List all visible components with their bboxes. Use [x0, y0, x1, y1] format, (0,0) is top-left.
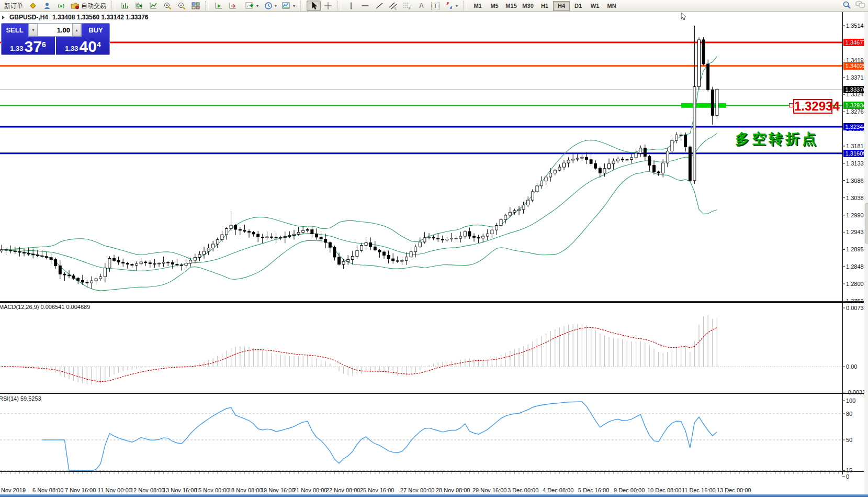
tile-windows-button[interactable] [188, 1, 202, 11]
text-tool[interactable]: A [414, 1, 429, 11]
chevron-down-icon [256, 4, 258, 8]
volume-input[interactable] [38, 24, 72, 36]
candle-chart-button[interactable] [132, 1, 146, 11]
line-chart-icon [149, 2, 157, 10]
vertical-line-tool[interactable] [344, 1, 358, 11]
one-click-trading-panel: SELL ▼ ▲ BUY 1.33 37 6 1.33 40 4 [1, 23, 110, 55]
label-icon: T [431, 2, 439, 10]
thick-level-segment [681, 103, 726, 108]
zoom-out-icon [177, 2, 186, 10]
cursor-tool-button[interactable] [307, 1, 321, 11]
chart-canvas[interactable] [0, 0, 868, 497]
bar-chart-button[interactable] [118, 1, 132, 11]
date-label: 22 Nov 08:00 [326, 487, 360, 493]
bollinger-bands [2, 57, 717, 291]
arrows-tool[interactable] [442, 1, 460, 11]
rsi-axis-tick: 0 [846, 473, 849, 480]
bar-chart-icon [120, 2, 129, 10]
mouse-cursor-icon [681, 13, 687, 23]
macd-axis-tick: 0.00 [846, 363, 857, 370]
buy-price[interactable]: 1.33 40 4 [56, 37, 110, 55]
date-label: 29 Nov 16:00 [472, 487, 506, 493]
tf-w1[interactable]: W1 [587, 1, 603, 11]
scrollbar-thumb[interactable] [865, 203, 868, 244]
new-chart-button[interactable] [26, 1, 40, 11]
autotrade-label: 自动交易 [81, 2, 106, 10]
search-icon[interactable] [842, 1, 851, 12]
level-line [0, 126, 842, 128]
tf-m15[interactable]: M15 [503, 1, 520, 11]
horizontal-line-tool[interactable] [358, 1, 372, 11]
autotrade-button[interactable]: 自动交易 [68, 1, 109, 11]
rsi-pane [0, 402, 842, 471]
zoom-in-button[interactable] [160, 1, 174, 11]
chevron-down-icon [275, 4, 277, 8]
profile-button[interactable] [40, 1, 54, 11]
channel-tool[interactable]: E [386, 1, 400, 11]
toolbar-separator [111, 1, 115, 10]
indicators-icon [245, 2, 254, 10]
tf-h1[interactable]: H1 [536, 1, 553, 11]
date-label: 7 Nov 16:00 [65, 487, 96, 493]
fibo-letter: F [409, 6, 411, 10]
templates-button[interactable] [279, 1, 298, 11]
tf-m30[interactable]: M30 [520, 1, 536, 11]
signals-button[interactable] [54, 1, 68, 11]
sell-price[interactable]: 1.33 37 6 [1, 37, 56, 55]
new-order-button[interactable]: 新订单 [2, 1, 26, 11]
chart-title: GBPUSD-,H4 1.33408 1.33560 1.33142 1.333… [2, 14, 149, 21]
arrows-icon [445, 2, 454, 10]
line-chart-button[interactable] [146, 1, 160, 11]
chart-shift-icon [228, 2, 237, 10]
channel-letter: E [394, 6, 397, 10]
macd-label: MACD(12,26,9) 0.006541 0.004689 [0, 304, 90, 310]
cursor-icon [309, 2, 318, 10]
buy-price-pip: 4 [97, 37, 101, 52]
toolbar-separator [463, 1, 467, 10]
taskbar-edge [0, 494, 868, 497]
date-label: 21 Nov 00:00 [293, 487, 327, 493]
buy-price-prefix: 1.33 [65, 43, 78, 54]
templates-icon [282, 2, 291, 10]
tf-h4[interactable]: H4 [553, 1, 570, 11]
zoom-out-button[interactable] [174, 1, 188, 11]
periods-button[interactable] [261, 1, 279, 11]
auto-scroll-button[interactable] [211, 1, 226, 11]
fibonacci-tool[interactable]: F [400, 1, 414, 11]
crosshair-tool-button[interactable] [321, 1, 335, 11]
chat-icon[interactable] [855, 1, 866, 11]
price-callout-label[interactable]: 1.32934 [793, 99, 832, 114]
tf-mn[interactable]: MN [603, 1, 620, 11]
date-label: 11 Dec 16:00 [682, 487, 716, 493]
auto-scroll-icon [214, 2, 223, 10]
indicators-button[interactable] [243, 1, 261, 11]
new-order-label: 新订单 [4, 2, 23, 10]
vertical-scrollbar[interactable] [864, 12, 868, 494]
sell-button[interactable]: SELL [1, 23, 28, 37]
toolbar-separator [205, 1, 209, 10]
tile-windows-icon [191, 2, 200, 10]
buy-button[interactable]: BUY [82, 23, 110, 37]
volume-decrease-button[interactable]: ▼ [29, 24, 38, 36]
trendline-tool[interactable] [372, 1, 386, 11]
tf-m5[interactable]: M5 [486, 1, 503, 11]
market-icon [71, 2, 80, 10]
label-tool[interactable]: T [429, 1, 442, 11]
ohlc-values: 1.33408 1.33560 1.33142 1.33376 [52, 14, 149, 21]
zoom-in-icon [163, 2, 172, 10]
volume-increase-button[interactable]: ▲ [72, 24, 81, 36]
date-label: 19 Nov 16:00 [261, 487, 295, 493]
tf-m1[interactable]: M1 [469, 1, 486, 11]
volume-control: ▼ ▲ [28, 23, 82, 37]
sell-price-prefix: 1.33 [10, 43, 23, 54]
date-label: 27 Nov 00:00 [400, 487, 434, 493]
main-toolbar: 新订单 自动交易 E F A T [0, 0, 868, 12]
chart-shift-button[interactable] [226, 1, 240, 11]
date-label: 3 Dec 00:00 [508, 487, 538, 493]
level-line [0, 65, 842, 67]
level-line [0, 41, 842, 43]
symbol-marker-icon [2, 15, 5, 20]
buy-price-main: 40 [80, 39, 97, 54]
date-label: 10 Dec 08:00 [647, 487, 681, 493]
tf-d1[interactable]: D1 [570, 1, 587, 11]
